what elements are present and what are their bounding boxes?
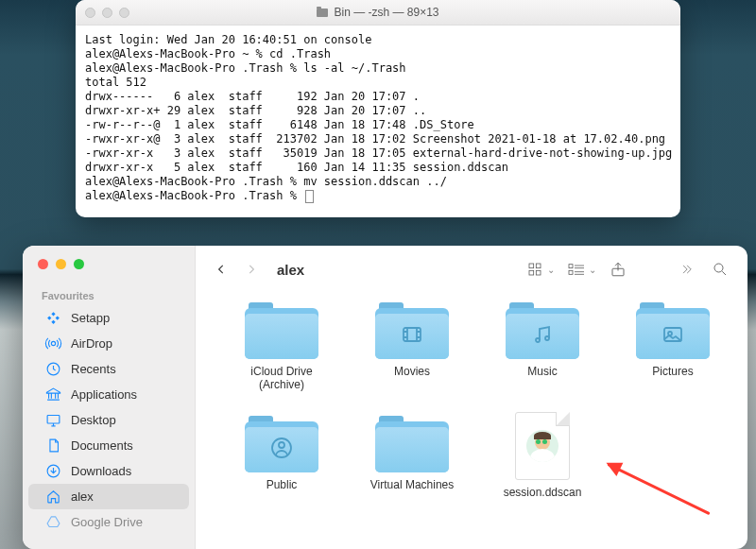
svg-rect-12 (404, 328, 421, 341)
terminal-line: drwxr-xr-x 5 alex staff 160 Jan 14 11:35… (85, 161, 508, 174)
view-icons-button[interactable]: ⌄ (523, 259, 555, 280)
sidebar-list: Setapp AirDrop Recents Applications Desk… (23, 305, 195, 535)
terminal-window: Bin — -zsh — 89×13 Last login: Wed Jan 2… (76, 0, 680, 217)
avatar-icon (526, 430, 558, 462)
forward-button[interactable] (241, 259, 262, 280)
sidebar-item-applications[interactable]: Applications (28, 382, 189, 407)
group-by-button[interactable]: ⌄ (564, 259, 596, 280)
document-icon (515, 412, 570, 480)
sidebar-item-desktop[interactable]: Desktop (28, 407, 189, 433)
folder-icon (636, 302, 710, 359)
group-icon (564, 259, 589, 280)
minimize-icon[interactable] (56, 259, 66, 269)
pictures-glyph-icon (636, 323, 710, 346)
svg-rect-9 (569, 270, 573, 274)
finder-sidebar: Favourites Setapp AirDrop Recents Applic… (23, 246, 196, 549)
svg-rect-2 (47, 416, 60, 424)
close-icon[interactable] (85, 8, 95, 18)
file-item-session-ddscan[interactable]: session.ddscan (477, 410, 608, 523)
sidebar-item-airdrop[interactable]: AirDrop (28, 331, 189, 356)
sidebar-item-downloads[interactable]: Downloads (28, 458, 189, 484)
google-drive-icon (45, 514, 61, 530)
folder-icon (375, 302, 449, 359)
terminal-line: -rwxr-xr-x@ 3 alex staff 213702 Jan 18 1… (85, 132, 665, 146)
folder-item-music[interactable]: Music (477, 297, 608, 410)
clock-icon (45, 361, 61, 377)
zoom-icon[interactable] (74, 259, 84, 269)
cursor-icon (305, 190, 314, 203)
item-label: Music (527, 365, 557, 378)
sidebar-item-home[interactable]: alex (28, 484, 189, 509)
terminal-line: drwxr-xr-x+ 29 alex staff 928 Jan 20 17:… (85, 104, 426, 117)
sidebar-item-label: Downloads (71, 464, 131, 478)
sidebar-item-label: Setapp (71, 311, 110, 325)
more-button[interactable] (674, 259, 698, 280)
folder-item-movies[interactable]: Movies (347, 297, 477, 410)
item-label: iCloud Drive (Archive) (250, 365, 312, 391)
icon-view-icon (523, 259, 547, 280)
document-icon (45, 437, 61, 454)
folder-icon (317, 9, 328, 17)
close-icon[interactable] (38, 259, 48, 269)
folder-item-virtual-machines[interactable]: Virtual Machines (347, 410, 477, 523)
item-label: Movies (394, 365, 430, 378)
terminal-titlebar[interactable]: Bin — -zsh — 89×13 (76, 0, 680, 26)
folder-icon (375, 416, 449, 472)
terminal-line: alex@Alexs-MacBook-Pro ~ % cd .Trash (85, 47, 331, 60)
svg-point-0 (51, 341, 55, 345)
location-title: alex (277, 262, 304, 278)
applications-icon (45, 386, 61, 403)
finder-toolbar: alex ⌄ ⌄ (196, 246, 747, 293)
terminal-line: -rw-r--r--@ 1 alex staff 6148 Jan 18 17:… (85, 118, 474, 131)
svg-point-14 (545, 336, 549, 340)
share-button[interactable] (606, 259, 630, 280)
terminal-output[interactable]: Last login: Wed Jan 20 16:40:51 on conso… (76, 26, 680, 211)
svg-rect-5 (536, 264, 541, 268)
sidebar-item-label: Recents (71, 362, 116, 376)
search-button[interactable] (708, 259, 732, 280)
svg-point-11 (714, 264, 723, 272)
sidebar-item-google-drive[interactable]: Google Drive (28, 509, 189, 535)
terminal-line: alex@Alexs-MacBook-Pro .Trash % (85, 189, 303, 202)
music-glyph-icon (506, 323, 579, 346)
finder-content[interactable]: iCloud Drive (Archive) Movies Music (196, 293, 747, 549)
item-label: Public (266, 478, 298, 491)
public-glyph-icon (245, 437, 318, 459)
folder-item-pictures[interactable]: Pictures (608, 297, 738, 410)
sidebar-item-documents[interactable]: Documents (28, 433, 189, 458)
minimize-icon[interactable] (102, 8, 112, 18)
folder-icon (245, 416, 318, 472)
airdrop-icon (45, 335, 61, 352)
zoom-icon[interactable] (119, 8, 129, 18)
folder-item-icloud-archive[interactable]: iCloud Drive (Archive) (216, 297, 347, 410)
sidebar-item-label: Applications (71, 387, 137, 402)
downloads-icon (45, 463, 61, 479)
terminal-line: total 512 (85, 76, 146, 89)
svg-point-17 (279, 442, 284, 448)
folder-icon (245, 302, 318, 359)
sidebar-item-label: alex (71, 489, 94, 504)
finder-window: Favourites Setapp AirDrop Recents Applic… (23, 246, 747, 549)
chevron-down-icon: ⌄ (589, 265, 596, 275)
window-controls[interactable] (85, 8, 129, 18)
sidebar-item-setapp[interactable]: Setapp (28, 305, 189, 331)
folder-icon (506, 302, 579, 359)
svg-rect-8 (569, 265, 573, 268)
terminal-title: Bin — -zsh — 89×13 (334, 6, 438, 19)
svg-point-13 (536, 338, 540, 342)
back-button[interactable] (211, 259, 232, 280)
terminal-line: Last login: Wed Jan 20 16:40:51 on conso… (85, 33, 371, 46)
item-label: Virtual Machines (370, 478, 455, 491)
terminal-line: alex@Alexs-MacBook-Pro .Trash % mv sessi… (85, 175, 447, 188)
terminal-line: drwx------ 6 alex staff 192 Jan 20 17:07… (85, 90, 420, 103)
window-controls[interactable] (23, 246, 195, 269)
folder-item-public[interactable]: Public (216, 410, 347, 523)
sidebar-item-label: Documents (71, 438, 133, 453)
terminal-line: -rwxr-xr-x 3 alex staff 35019 Jan 18 17:… (85, 146, 672, 160)
sidebar-item-label: Desktop (71, 413, 116, 427)
sidebar-item-recents[interactable]: Recents (28, 356, 189, 382)
sidebar-item-label: Google Drive (71, 515, 143, 529)
svg-rect-7 (536, 270, 541, 275)
sidebar-item-label: AirDrop (71, 336, 112, 351)
setapp-icon (45, 310, 61, 326)
